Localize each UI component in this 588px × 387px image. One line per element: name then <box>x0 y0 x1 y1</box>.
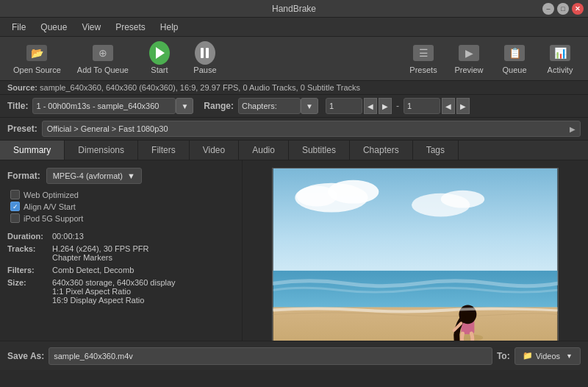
checkbox-group: Web Optimized Align A/V Start iPod 5G Su… <box>7 190 234 223</box>
saveas-label: Save As: <box>7 351 44 361</box>
source-value: sample_640x360, 640x360 (640x360), 16:9,… <box>40 83 360 92</box>
window-controls: – □ ✕ <box>542 3 584 15</box>
ipod-sg-checkbox[interactable] <box>10 213 20 223</box>
preview-icon: ▶ <box>459 45 479 61</box>
ipod-sg-item[interactable]: iPod 5G Support <box>10 213 234 223</box>
tab-dimensions[interactable]: Dimensions <box>65 141 138 160</box>
tab-subtitles[interactable]: Subtitles <box>289 141 350 160</box>
range-select[interactable]: Chapters: <box>238 98 301 114</box>
size-val1: 640x360 storage, 640x360 display <box>52 278 176 287</box>
chapter-end-inc[interactable]: ▶ <box>456 98 470 114</box>
web-optimized-label: Web Optimized <box>24 191 79 199</box>
source-row: Source: sample_640x360, 640x360 (640x360… <box>0 81 588 95</box>
tabs-row: Summary Dimensions Filters Video Audio S… <box>0 141 588 160</box>
tab-tags[interactable]: Tags <box>413 141 459 160</box>
queue-label: Queue <box>502 65 526 74</box>
svg-point-5 <box>441 191 485 208</box>
queue-icon: 📋 <box>504 45 525 61</box>
info-section: Duration: 00:00:13 Tracks: H.264 (x264),… <box>7 232 234 305</box>
duration-row: Duration: 00:00:13 <box>7 232 234 241</box>
titlebar: HandBrake – □ ✕ <box>0 0 588 18</box>
menu-queue[interactable]: Queue <box>35 21 73 34</box>
tab-audio[interactable]: Audio <box>239 141 289 160</box>
chapter-start-input[interactable] <box>326 98 362 114</box>
title-label: Title: <box>7 101 28 111</box>
filters-row: Filters: Comb Detect, Decomb <box>7 266 234 274</box>
size-row: Size: 640x360 storage, 640x360 display 1… <box>7 278 234 305</box>
close-button[interactable]: ✕ <box>572 3 584 15</box>
filters-val: Comb Detect, Decomb <box>52 266 134 274</box>
presets-label: Presets <box>409 65 437 74</box>
chapter-end-dec[interactable]: ◀ <box>442 98 455 114</box>
app-title: HandBrake <box>272 4 316 14</box>
activity-button[interactable]: 📊 Activity <box>538 40 582 77</box>
saveas-to-label: To: <box>497 351 510 361</box>
svg-point-3 <box>296 186 337 207</box>
chapter-end-input[interactable] <box>404 98 440 114</box>
right-panel <box>243 160 588 341</box>
format-arrow-icon: ▼ <box>127 171 135 180</box>
minimize-button[interactable]: – <box>542 3 554 15</box>
align-av-checkbox[interactable] <box>10 202 20 211</box>
open-source-icon: 📂 <box>26 45 47 61</box>
tracks-val1: H.264 (x264), 30 FPS PFR <box>52 244 148 253</box>
align-av-item[interactable]: Align A/V Start <box>10 202 234 211</box>
queue-button[interactable]: 📋 Queue <box>492 40 537 77</box>
menu-presets[interactable]: Presets <box>110 21 151 34</box>
presets-button[interactable]: ☰ Presets <box>401 40 445 77</box>
size-val3: 16:9 Display Aspect Ratio <box>52 296 176 305</box>
chapter-sep: - <box>396 101 399 111</box>
main-content: Format: MPEG-4 (avformat) ▼ Web Optimize… <box>0 160 588 341</box>
toolbar: 📂 Open Source ⊕ Add To Queue Start Pause… <box>0 37 588 81</box>
folder-select-button[interactable]: 📁 Videos ▼ <box>514 347 581 365</box>
title-row: Title: 1 - 00h00m13s - sample_640x360 ▼ … <box>0 95 588 118</box>
chapter-start-dec[interactable]: ◀ <box>364 98 377 114</box>
size-key: Size: <box>7 278 48 305</box>
tracks-row: Tracks: H.264 (x264), 30 FPS PFR Chapter… <box>7 244 234 262</box>
web-optimized-item[interactable]: Web Optimized <box>10 190 234 199</box>
range-label: Range: <box>204 101 234 111</box>
folder-value: Videos <box>536 352 560 361</box>
tab-summary[interactable]: Summary <box>0 141 65 160</box>
folder-dropdown-arrow: ▼ <box>566 352 573 360</box>
title-select[interactable]: 1 - 00h00m13s - sample_640x360 <box>32 98 176 114</box>
title-value: 1 - 00h00m13s - sample_640x360 <box>36 102 159 110</box>
pause-icon <box>195 41 215 65</box>
add-queue-icon: ⊕ <box>93 45 113 61</box>
preset-select[interactable]: Official > General > Fast 1080p30 ▶ <box>42 121 581 137</box>
format-value: MPEG-4 (avformat) <box>53 171 123 180</box>
format-dropdown[interactable]: MPEG-4 (avformat) ▼ <box>46 168 142 184</box>
open-source-label: Open Source <box>13 65 61 74</box>
pause-button[interactable]: Pause <box>183 40 227 77</box>
tab-filters[interactable]: Filters <box>138 141 190 160</box>
video-preview <box>272 168 559 348</box>
start-button[interactable]: Start <box>137 40 182 77</box>
preset-value: Official > General > Fast 1080p30 <box>47 124 168 133</box>
filters-key: Filters: <box>7 266 48 274</box>
tracks-key: Tracks: <box>7 244 48 262</box>
preview-button[interactable]: ▶ Preview <box>447 40 491 77</box>
play-icon <box>149 41 170 65</box>
tab-video[interactable]: Video <box>190 141 239 160</box>
source-label: Source: <box>7 83 37 92</box>
presets-icon: ☰ <box>413 45 434 61</box>
range-value: Chapters: <box>242 102 277 110</box>
menu-view[interactable]: View <box>76 21 107 34</box>
menu-file[interactable]: File <box>6 21 32 34</box>
chapter-start-inc[interactable]: ▶ <box>379 98 392 114</box>
open-source-button[interactable]: 📂 Open Source <box>6 40 68 77</box>
saveas-row: Save As: To: 📁 Videos ▼ <box>0 341 588 370</box>
saveas-input[interactable] <box>49 347 492 365</box>
range-dropdown-arrow[interactable]: ▼ <box>301 98 318 114</box>
title-dropdown-arrow[interactable]: ▼ <box>176 98 193 114</box>
start-label: Start <box>151 65 168 74</box>
tracks-val2: Chapter Markers <box>52 253 148 262</box>
maximize-button[interactable]: □ <box>557 3 569 15</box>
tab-chapters[interactable]: Chapters <box>350 141 413 160</box>
add-queue-label: Add To Queue <box>77 65 129 74</box>
menu-help[interactable]: Help <box>154 21 184 34</box>
preset-row: Preset: Official > General > Fast 1080p3… <box>0 118 588 141</box>
web-optimized-checkbox[interactable] <box>10 190 20 199</box>
svg-rect-6 <box>273 271 558 311</box>
add-to-queue-button[interactable]: ⊕ Add To Queue <box>70 40 136 77</box>
